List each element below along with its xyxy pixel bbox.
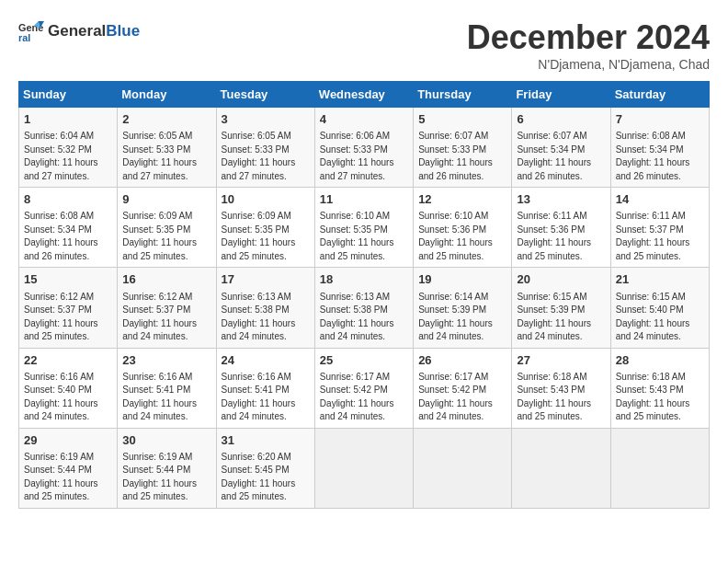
logo: Gene ral GeneralBlue [18, 18, 140, 44]
header: Gene ral GeneralBlue December 2024 N'Dja… [18, 18, 710, 72]
day-info: Sunrise: 6:07 AM Sunset: 5:33 PM Dayligh… [418, 130, 506, 183]
day-number: 19 [418, 271, 506, 288]
day-info: Sunrise: 6:08 AM Sunset: 5:34 PM Dayligh… [616, 130, 704, 183]
calendar-cell: 3Sunrise: 6:05 AM Sunset: 5:33 PM Daylig… [216, 108, 314, 188]
day-info: Sunrise: 6:18 AM Sunset: 5:43 PM Dayligh… [616, 371, 704, 424]
day-number: 3 [222, 111, 310, 128]
location-title: N'Djamena, N'Djamena, Chad [467, 57, 710, 72]
calendar-cell: 28Sunrise: 6:18 AM Sunset: 5:43 PM Dayli… [610, 348, 709, 428]
calendar-week-5: 29Sunrise: 6:19 AM Sunset: 5:44 PM Dayli… [19, 428, 710, 508]
day-info: Sunrise: 6:18 AM Sunset: 5:43 PM Dayligh… [517, 371, 605, 424]
calendar-cell: 4Sunrise: 6:06 AM Sunset: 5:33 PM Daylig… [314, 108, 413, 188]
day-number: 1 [24, 111, 112, 128]
day-number: 17 [222, 271, 310, 288]
calendar-cell: 23Sunrise: 6:16 AM Sunset: 5:41 PM Dayli… [118, 348, 216, 428]
calendar-cell: 27Sunrise: 6:18 AM Sunset: 5:43 PM Dayli… [512, 348, 610, 428]
day-number: 25 [320, 352, 408, 369]
calendar-cell [512, 428, 610, 508]
calendar-cell: 1Sunrise: 6:04 AM Sunset: 5:32 PM Daylig… [19, 108, 118, 188]
day-number: 15 [24, 271, 112, 288]
day-info: Sunrise: 6:12 AM Sunset: 5:37 PM Dayligh… [24, 291, 112, 344]
day-number: 22 [24, 352, 112, 369]
calendar-cell: 7Sunrise: 6:08 AM Sunset: 5:34 PM Daylig… [610, 108, 709, 188]
calendar-cell: 31Sunrise: 6:20 AM Sunset: 5:45 PM Dayli… [216, 428, 314, 508]
day-info: Sunrise: 6:09 AM Sunset: 5:35 PM Dayligh… [222, 210, 310, 263]
day-info: Sunrise: 6:05 AM Sunset: 5:33 PM Dayligh… [222, 130, 310, 183]
day-info: Sunrise: 6:14 AM Sunset: 5:39 PM Dayligh… [418, 291, 506, 344]
day-number: 4 [320, 111, 408, 128]
day-number: 12 [418, 191, 506, 208]
day-number: 31 [222, 432, 310, 449]
header-row: SundayMondayTuesdayWednesdayThursdayFrid… [19, 82, 710, 108]
day-info: Sunrise: 6:05 AM Sunset: 5:33 PM Dayligh… [122, 130, 210, 183]
day-number: 2 [122, 111, 210, 128]
calendar-week-2: 8Sunrise: 6:08 AM Sunset: 5:34 PM Daylig… [19, 188, 710, 268]
svg-text:ral: ral [18, 32, 30, 43]
day-info: Sunrise: 6:09 AM Sunset: 5:35 PM Dayligh… [122, 210, 210, 263]
logo-general: General [48, 22, 106, 40]
day-number: 26 [418, 352, 506, 369]
day-number: 18 [320, 271, 408, 288]
day-info: Sunrise: 6:16 AM Sunset: 5:41 PM Dayligh… [122, 371, 210, 424]
day-number: 20 [517, 271, 605, 288]
calendar-cell: 21Sunrise: 6:15 AM Sunset: 5:40 PM Dayli… [610, 268, 709, 348]
calendar-cell: 29Sunrise: 6:19 AM Sunset: 5:44 PM Dayli… [19, 428, 118, 508]
day-info: Sunrise: 6:08 AM Sunset: 5:34 PM Dayligh… [24, 210, 112, 263]
calendar-cell: 25Sunrise: 6:17 AM Sunset: 5:42 PM Dayli… [314, 348, 413, 428]
day-info: Sunrise: 6:07 AM Sunset: 5:34 PM Dayligh… [517, 130, 605, 183]
calendar-cell: 2Sunrise: 6:05 AM Sunset: 5:33 PM Daylig… [118, 108, 216, 188]
day-info: Sunrise: 6:15 AM Sunset: 5:39 PM Dayligh… [517, 291, 605, 344]
day-info: Sunrise: 6:20 AM Sunset: 5:45 PM Dayligh… [222, 451, 310, 504]
logo-icon: Gene ral [18, 18, 44, 44]
calendar-cell: 12Sunrise: 6:10 AM Sunset: 5:36 PM Dayli… [414, 188, 512, 268]
calendar-week-4: 22Sunrise: 6:16 AM Sunset: 5:40 PM Dayli… [19, 348, 710, 428]
day-number: 6 [517, 111, 605, 128]
calendar-cell: 30Sunrise: 6:19 AM Sunset: 5:44 PM Dayli… [118, 428, 216, 508]
day-number: 9 [122, 191, 210, 208]
day-number: 14 [616, 191, 704, 208]
calendar-cell: 10Sunrise: 6:09 AM Sunset: 5:35 PM Dayli… [216, 188, 314, 268]
day-number: 8 [24, 191, 112, 208]
day-info: Sunrise: 6:17 AM Sunset: 5:42 PM Dayligh… [418, 371, 506, 424]
calendar-cell: 9Sunrise: 6:09 AM Sunset: 5:35 PM Daylig… [118, 188, 216, 268]
day-header-sunday: Sunday [19, 82, 118, 108]
day-header-friday: Friday [512, 82, 610, 108]
calendar-cell: 20Sunrise: 6:15 AM Sunset: 5:39 PM Dayli… [512, 268, 610, 348]
calendar-cell: 15Sunrise: 6:12 AM Sunset: 5:37 PM Dayli… [19, 268, 118, 348]
day-header-saturday: Saturday [610, 82, 709, 108]
day-number: 30 [122, 432, 210, 449]
day-number: 28 [616, 352, 704, 369]
calendar-table: SundayMondayTuesdayWednesdayThursdayFrid… [18, 81, 710, 509]
calendar-week-3: 15Sunrise: 6:12 AM Sunset: 5:37 PM Dayli… [19, 268, 710, 348]
calendar-cell: 14Sunrise: 6:11 AM Sunset: 5:37 PM Dayli… [610, 188, 709, 268]
calendar-cell [610, 428, 709, 508]
calendar-cell: 22Sunrise: 6:16 AM Sunset: 5:40 PM Dayli… [19, 348, 118, 428]
day-number: 29 [24, 432, 112, 449]
calendar-cell: 13Sunrise: 6:11 AM Sunset: 5:36 PM Dayli… [512, 188, 610, 268]
day-info: Sunrise: 6:10 AM Sunset: 5:36 PM Dayligh… [418, 210, 506, 263]
day-number: 16 [122, 271, 210, 288]
calendar-cell: 17Sunrise: 6:13 AM Sunset: 5:38 PM Dayli… [216, 268, 314, 348]
logo-blue: Blue [106, 22, 140, 40]
day-number: 27 [517, 352, 605, 369]
calendar-cell: 24Sunrise: 6:16 AM Sunset: 5:41 PM Dayli… [216, 348, 314, 428]
day-number: 10 [222, 191, 310, 208]
day-info: Sunrise: 6:11 AM Sunset: 5:37 PM Dayligh… [616, 210, 704, 263]
day-number: 13 [517, 191, 605, 208]
day-header-tuesday: Tuesday [216, 82, 314, 108]
calendar-cell: 11Sunrise: 6:10 AM Sunset: 5:35 PM Dayli… [314, 188, 413, 268]
day-info: Sunrise: 6:15 AM Sunset: 5:40 PM Dayligh… [616, 291, 704, 344]
calendar-cell: 16Sunrise: 6:12 AM Sunset: 5:37 PM Dayli… [118, 268, 216, 348]
day-header-monday: Monday [118, 82, 216, 108]
day-info: Sunrise: 6:12 AM Sunset: 5:37 PM Dayligh… [122, 291, 210, 344]
calendar-cell [314, 428, 413, 508]
day-number: 21 [616, 271, 704, 288]
day-info: Sunrise: 6:19 AM Sunset: 5:44 PM Dayligh… [24, 451, 112, 504]
day-number: 11 [320, 191, 408, 208]
day-number: 23 [122, 352, 210, 369]
calendar-cell: 19Sunrise: 6:14 AM Sunset: 5:39 PM Dayli… [414, 268, 512, 348]
day-info: Sunrise: 6:04 AM Sunset: 5:32 PM Dayligh… [24, 130, 112, 183]
day-number: 7 [616, 111, 704, 128]
month-title: December 2024 [467, 18, 710, 57]
day-header-thursday: Thursday [414, 82, 512, 108]
